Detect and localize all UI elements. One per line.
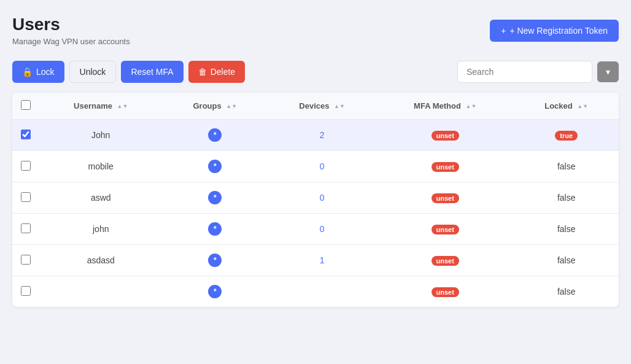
select-all-checkbox[interactable] bbox=[21, 100, 31, 110]
row-locked: false bbox=[514, 245, 619, 276]
devices-link[interactable]: 2 bbox=[320, 130, 325, 140]
table-row[interactable]: john*0unsetfalse bbox=[12, 214, 619, 245]
delete-label: Delete bbox=[211, 67, 235, 77]
table-header-row: Username ▲▼ Groups ▲▼ Devices ▲▼ MFA Met… bbox=[12, 93, 619, 120]
row-groups: * bbox=[162, 245, 268, 276]
devices-link[interactable]: 0 bbox=[320, 193, 325, 203]
groups-sort-icon: ▲▼ bbox=[226, 104, 237, 109]
devices-sort-icon: ▲▼ bbox=[334, 104, 345, 109]
lock-button[interactable]: 🔒 Lock bbox=[12, 61, 64, 83]
row-checkbox[interactable] bbox=[21, 255, 31, 265]
col-username[interactable]: Username ▲▼ bbox=[39, 93, 162, 120]
mfa-badge: unset bbox=[432, 193, 459, 203]
row-checkbox[interactable] bbox=[21, 223, 31, 233]
table-row[interactable]: *unsetfalse bbox=[12, 276, 619, 308]
col-locked[interactable]: Locked ▲▼ bbox=[514, 93, 619, 120]
row-checkbox-cell[interactable] bbox=[12, 276, 39, 308]
row-locked: false bbox=[514, 276, 619, 308]
row-mfa-method: unset bbox=[376, 245, 514, 276]
row-groups: * bbox=[162, 276, 268, 308]
lock-label: Lock bbox=[36, 67, 55, 77]
row-devices[interactable]: 0 bbox=[268, 182, 376, 214]
unlock-button[interactable]: Unlock bbox=[69, 61, 117, 83]
mfa-badge: unset bbox=[432, 225, 459, 234]
dropdown-button[interactable]: ▾ bbox=[597, 61, 619, 82]
row-username bbox=[39, 276, 162, 308]
row-mfa-method: unset bbox=[376, 182, 514, 214]
page-header: Users Manage Wag VPN user accounts + + N… bbox=[12, 15, 619, 46]
toolbar-right: ▾ bbox=[457, 61, 619, 83]
trash-icon: 🗑 bbox=[198, 67, 207, 77]
users-table: Username ▲▼ Groups ▲▼ Devices ▲▼ MFA Met… bbox=[12, 93, 619, 307]
row-checkbox[interactable] bbox=[21, 161, 31, 171]
mfa-badge: unset bbox=[432, 162, 459, 172]
row-checkbox-cell[interactable] bbox=[12, 214, 39, 245]
row-username: asdasd bbox=[39, 245, 162, 276]
row-checkbox-cell[interactable] bbox=[12, 245, 39, 276]
mfa-badge: unset bbox=[432, 287, 459, 297]
row-locked: false bbox=[514, 182, 619, 214]
row-devices[interactable]: 0 bbox=[268, 151, 376, 182]
group-badge: * bbox=[208, 128, 222, 142]
col-mfa[interactable]: MFA Method ▲▼ bbox=[376, 93, 514, 120]
table-row[interactable]: aswd*0unsetfalse bbox=[12, 182, 619, 214]
row-groups: * bbox=[162, 182, 268, 214]
row-locked: false bbox=[514, 151, 619, 182]
row-mfa-method: unset bbox=[376, 151, 514, 182]
chevron-down-icon: ▾ bbox=[606, 67, 610, 77]
devices-link[interactable]: 0 bbox=[320, 161, 325, 171]
table-row[interactable]: mobile*0unsetfalse bbox=[12, 151, 619, 182]
row-groups: * bbox=[162, 151, 268, 182]
toolbar: 🔒 Lock Unlock Reset MFA 🗑 Delete ▾ bbox=[12, 61, 619, 83]
group-badge: * bbox=[208, 191, 222, 204]
row-checkbox[interactable] bbox=[21, 192, 31, 202]
locked-badge: true bbox=[555, 131, 578, 141]
delete-button[interactable]: 🗑 Delete bbox=[188, 61, 245, 83]
username-sort-icon: ▲▼ bbox=[117, 104, 128, 109]
mfa-badge: unset bbox=[432, 131, 459, 141]
group-badge: * bbox=[208, 254, 222, 267]
toolbar-left: 🔒 Lock Unlock Reset MFA 🗑 Delete bbox=[12, 61, 245, 83]
devices-link[interactable]: 1 bbox=[320, 255, 325, 265]
new-token-label: + New Registration Token bbox=[509, 26, 608, 36]
row-groups: * bbox=[162, 214, 268, 245]
row-username: john bbox=[39, 214, 162, 245]
page-subtitle: Manage Wag VPN user accounts bbox=[12, 37, 130, 46]
group-badge: * bbox=[208, 160, 222, 173]
search-input[interactable] bbox=[457, 61, 592, 83]
table-row[interactable]: asdasd*1unsetfalse bbox=[12, 245, 619, 276]
row-username: aswd bbox=[39, 182, 162, 214]
mfa-sort-icon: ▲▼ bbox=[466, 104, 477, 109]
row-devices[interactable]: 1 bbox=[268, 245, 376, 276]
row-checkbox[interactable] bbox=[21, 286, 31, 296]
row-mfa-method: unset bbox=[376, 120, 514, 151]
row-username: John bbox=[39, 120, 162, 151]
title-group: Users Manage Wag VPN user accounts bbox=[12, 15, 130, 46]
row-checkbox-cell[interactable] bbox=[12, 182, 39, 214]
row-locked: true bbox=[514, 120, 619, 151]
row-devices[interactable]: 0 bbox=[268, 214, 376, 245]
table-row[interactable]: John*2unsettrue bbox=[12, 120, 619, 151]
reset-mfa-label: Reset MFA bbox=[131, 67, 173, 77]
plus-icon: + bbox=[501, 26, 506, 36]
locked-sort-icon: ▲▼ bbox=[577, 104, 588, 109]
row-mfa-method: unset bbox=[376, 214, 514, 245]
row-groups: * bbox=[162, 120, 268, 151]
row-devices[interactable] bbox=[268, 276, 376, 308]
row-mfa-method: unset bbox=[376, 276, 514, 308]
col-groups[interactable]: Groups ▲▼ bbox=[162, 93, 268, 120]
page-title: Users bbox=[12, 15, 130, 34]
reset-mfa-button[interactable]: Reset MFA bbox=[121, 61, 183, 83]
group-badge: * bbox=[208, 285, 222, 298]
group-badge: * bbox=[208, 222, 222, 236]
select-all-cell[interactable] bbox=[12, 93, 39, 120]
row-devices[interactable]: 2 bbox=[268, 120, 376, 151]
row-checkbox-cell[interactable] bbox=[12, 151, 39, 182]
col-devices[interactable]: Devices ▲▼ bbox=[268, 93, 376, 120]
mfa-badge: unset bbox=[432, 256, 459, 266]
row-username: mobile bbox=[39, 151, 162, 182]
row-checkbox-cell[interactable] bbox=[12, 120, 39, 151]
devices-link[interactable]: 0 bbox=[320, 224, 325, 234]
row-checkbox[interactable] bbox=[21, 130, 31, 139]
new-registration-token-button[interactable]: + + New Registration Token bbox=[490, 20, 619, 42]
